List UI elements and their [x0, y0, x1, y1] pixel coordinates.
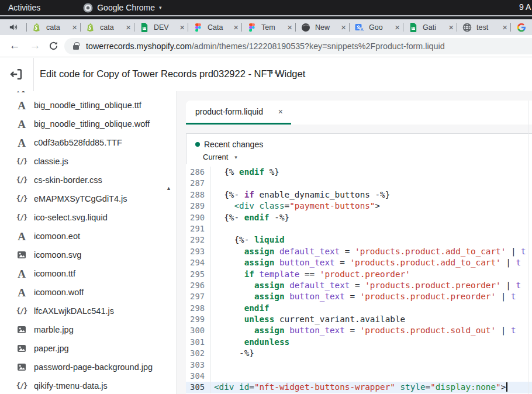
lock-icon[interactable] — [73, 45, 79, 50]
file-item[interactable]: {/}eMAPMXSyTCgGdiT4.js — [0, 189, 165, 208]
file-item[interactable]: {/}lfcAXLwjkDALc541.js — [0, 302, 165, 320]
more-actions-button[interactable]: ••• — [270, 67, 283, 77]
code-text[interactable]: assign button_text = 'products.product.p… — [211, 291, 516, 302]
code-text[interactable]: assign button_text = 'products.product.s… — [211, 325, 516, 336]
code-text[interactable]: {% endif %} — [211, 167, 279, 178]
file-item[interactable]: icomoon.svg — [0, 246, 165, 264]
file-item[interactable]: marble.jpg — [0, 320, 165, 339]
browser-tab[interactable] — [511, 19, 531, 35]
code-text[interactable]: assign default_text = 'products.product.… — [211, 246, 526, 257]
code-file-icon: {/} — [16, 176, 27, 184]
file-item[interactable]: {/}classie.js — [0, 152, 165, 171]
status-dot — [195, 142, 200, 147]
tab-title: cata — [100, 23, 124, 32]
recent-changes-title: Recent changes — [204, 140, 263, 149]
browser-tab[interactable]: test× — [457, 19, 510, 35]
address-bar[interactable]: towerrecords.myshopify.com/admin/themes/… — [64, 38, 532, 54]
tab-close-icon[interactable]: × — [233, 23, 239, 32]
audio-indicator — [0, 19, 26, 35]
file-item[interactable]: Aicomoon.ttf — [0, 264, 165, 283]
file-item[interactable]: Aicomoon.eot — [0, 227, 165, 246]
forward-button[interactable]: → — [27, 38, 43, 53]
code-text[interactable]: assign default_text = 'products.product.… — [211, 280, 521, 291]
file-item[interactable]: Abig_noodle_titling_oblique.woff — [0, 115, 165, 133]
line-number: 292 — [186, 234, 211, 246]
file-item[interactable]: paper.jpg — [0, 339, 165, 358]
file-item[interactable]: Aicomoon.woff — [0, 283, 165, 302]
code-text[interactable]: unless current_variant.available — [211, 314, 405, 325]
code-text[interactable]: {%- if enable_dynamic_buttons -%} — [211, 189, 390, 201]
font-file-icon: A — [16, 268, 27, 279]
code-line: 291 — [186, 223, 532, 234]
code-text[interactable]: assign button_text = 'products.product.a… — [211, 257, 521, 268]
code-text[interactable] — [211, 371, 214, 382]
browser-tab-strip: cata×cata×DEV×Cata×Tem×New×Goo×Gati×test… — [0, 16, 532, 35]
code-line: 294 assign button_text = 'products.produ… — [186, 257, 532, 268]
tab-close-icon[interactable]: × — [502, 23, 507, 32]
code-text[interactable]: <div class="payment-buttons"> — [211, 201, 380, 212]
reload-button[interactable] — [48, 40, 59, 51]
file-name: big_noodle_titling_oblique.woff — [34, 119, 150, 129]
code-text[interactable] — [211, 223, 214, 234]
chevron-down-icon: ▾ — [159, 5, 162, 11]
file-tab-product-form[interactable]: product-form.liquid × — [186, 101, 291, 125]
tab-close-icon[interactable]: × — [395, 23, 400, 32]
file-item[interactable]: {/}cs-skin-border.css — [0, 171, 165, 189]
code-text[interactable]: <div id="nft-widget-buttons-wrapper" sty… — [211, 382, 507, 393]
browser-tab[interactable]: Goo× — [350, 19, 403, 35]
code-text[interactable]: {%- liquid — [211, 234, 285, 246]
shopify-icon — [32, 23, 42, 32]
editor-tab-bar: product-form.liquid × — [186, 101, 532, 125]
tab-close-icon[interactable]: × — [341, 23, 346, 32]
editor-right-edge — [528, 101, 528, 394]
activities-button[interactable]: Activities — [8, 3, 40, 12]
code-text[interactable]: endif — [211, 303, 270, 314]
file-name: password-page-background.jpg — [34, 362, 153, 372]
file-item[interactable]: {/}ico-select.svg.liquid — [0, 208, 165, 227]
browser-tab[interactable]: cata× — [27, 19, 80, 35]
tab-close-icon[interactable]: × — [287, 23, 292, 32]
os-clock[interactable]: 9 A — [519, 2, 531, 12]
file-item[interactable]: password-page-background.jpg — [0, 358, 165, 376]
browser-tab[interactable]: Gati× — [403, 19, 457, 35]
code-text[interactable]: -%} — [211, 348, 254, 359]
dark-globe-icon — [301, 23, 310, 32]
code-line: 299 unless current_variant.available — [186, 314, 532, 325]
font-file-icon: A — [16, 119, 27, 130]
file-tab-close-icon[interactable]: × — [278, 107, 283, 116]
browser-tab[interactable]: New× — [296, 19, 349, 35]
file-item[interactable]: {/}qikify-tmenu-data.js — [0, 376, 165, 394]
tab-close-icon[interactable]: × — [448, 23, 454, 32]
browser-tab[interactable]: DEV× — [134, 19, 188, 35]
code-line: 292 {%- liquid — [186, 234, 532, 246]
scrollbar-up-arrow[interactable]: ▲ — [166, 185, 171, 191]
back-button[interactable]: ← — [7, 38, 22, 53]
browser-tab[interactable]: cata× — [81, 19, 134, 35]
code-line: 305<div id="nft-widget-buttons-wrapper" … — [186, 382, 532, 393]
exit-editor-button[interactable] — [9, 67, 23, 81]
version-label: Current — [203, 153, 228, 161]
browser-tab[interactable]: Cata× — [188, 19, 241, 35]
browser-tab[interactable]: Tem× — [242, 19, 295, 35]
app-menu[interactable]: Google Chrome ▾ — [83, 3, 161, 13]
tab-title: New — [315, 23, 339, 32]
code-line: 288 {%- if enable_dynamic_buttons -%} — [186, 189, 532, 201]
code-text[interactable]: {%- endif -%} — [211, 212, 289, 223]
tab-close-icon[interactable]: × — [179, 23, 185, 32]
file-name: cs-skin-border.css — [34, 175, 102, 185]
tab-title: test — [476, 23, 500, 32]
tab-close-icon[interactable]: × — [126, 23, 131, 32]
code-text[interactable] — [211, 360, 214, 371]
code-text[interactable]: if template == 'product.preorder' — [211, 269, 410, 280]
line-number: 299 — [186, 314, 211, 325]
file-tab-label: product-form.liquid — [195, 107, 278, 116]
code-text[interactable]: endunless — [211, 337, 289, 348]
file-item[interactable]: Ac0df3a6b528fdd85.TTF — [0, 133, 165, 152]
version-dropdown[interactable]: Current ▾ — [186, 149, 532, 161]
code-line: 296 assign default_text = 'products.prod… — [186, 280, 532, 291]
tab-close-icon[interactable]: × — [72, 23, 77, 32]
code-editor[interactable]: 286 {% endif %}287288 {%- if enable_dyna… — [186, 164, 532, 394]
file-item[interactable]: Abig_noodle_titling_oblique.ttf — [0, 96, 165, 115]
image-file-icon — [16, 250, 27, 260]
code-text[interactable] — [211, 178, 214, 189]
